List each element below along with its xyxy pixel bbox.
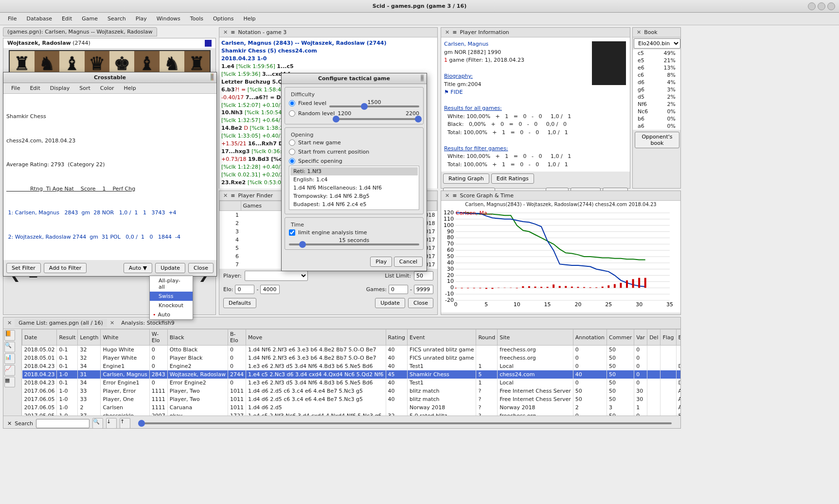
play-button[interactable]: Play	[370, 257, 392, 267]
svg-rect-58	[577, 287, 579, 288]
svg-text:100: 100	[444, 222, 454, 228]
add-filter-button[interactable]: Add to Filter	[44, 263, 87, 273]
games-min-input[interactable]	[389, 285, 408, 294]
svg-rect-62	[602, 287, 604, 288]
opening-list[interactable]: Reti: 1.Nf3 English: 1.c4 1.d4 Nf6 Misce…	[289, 166, 419, 210]
specific-opening-radio[interactable]	[289, 158, 295, 164]
svg-rect-65	[620, 283, 622, 288]
menu-windows[interactable]: Windows	[152, 14, 185, 24]
black-player-bar: Wojtaszek, Radoslaw (2744)	[3, 38, 215, 48]
crosstable-update-button[interactable]: Update	[155, 263, 185, 273]
svg-rect-43	[485, 288, 487, 289]
finder-close-icon[interactable]: ✕	[223, 192, 228, 199]
svg-rect-54	[553, 284, 554, 288]
toolbar-book-icon[interactable]: 📙	[4, 330, 15, 341]
cancel-button[interactable]: Cancel	[394, 257, 423, 267]
menu-edit[interactable]: Edit	[57, 14, 77, 24]
menu-database[interactable]: Database	[21, 14, 57, 24]
svg-rect-40	[467, 288, 469, 288]
defaults-button[interactable]: Defaults	[223, 298, 256, 308]
fixed-level-radio[interactable]	[289, 100, 295, 106]
crosstable-close-button[interactable]: Close	[188, 263, 214, 273]
svg-text:30: 30	[447, 266, 454, 272]
set-filter-button[interactable]: Set Filter	[6, 263, 41, 273]
finder-update-button[interactable]: Update	[375, 298, 405, 308]
score-graph-panel: ✕ ≡ Score Graph & Time Carlsen, Magnus(2…	[441, 191, 681, 315]
listlimit-input[interactable]	[414, 271, 433, 280]
svg-rect-52	[540, 287, 542, 288]
svg-text:35: 35	[666, 301, 673, 308]
tab-games[interactable]: (games.pgn): Carlsen, Magnus -- Wojtasze…	[3, 27, 157, 36]
elo-max-input[interactable]	[260, 285, 280, 294]
edit-ratings-button[interactable]: Edit Ratings	[491, 174, 534, 184]
svg-text:25: 25	[605, 301, 612, 308]
toolbar-board-icon[interactable]: ▦	[4, 377, 15, 387]
rating-graph-button[interactable]: Rating Graph	[443, 174, 489, 184]
toolbar-search-icon[interactable]: 🔍	[4, 342, 15, 352]
svg-text:5: 5	[484, 301, 488, 308]
svg-rect-66	[626, 280, 628, 288]
svg-rect-51	[534, 287, 536, 288]
menu-game[interactable]: Game	[77, 14, 103, 24]
svg-rect-67	[632, 279, 634, 288]
book-file-select[interactable]: Elo2400.bin	[634, 38, 680, 49]
svg-rect-63	[607, 285, 609, 288]
close-icon[interactable]	[827, 2, 835, 10]
toolbar-graph-icon[interactable]: 📊	[4, 353, 15, 364]
pinfo-close-icon[interactable]: ✕	[445, 29, 449, 35]
search-input[interactable]	[36, 419, 89, 428]
crosstable-dialog: Crosstable File Edit Display Sort Color …	[3, 72, 217, 277]
svg-rect-60	[589, 287, 591, 288]
svg-rect-42	[479, 288, 481, 288]
search-go-icon[interactable]: 🔍	[92, 418, 103, 429]
svg-text:90: 90	[447, 228, 454, 235]
minimize-icon[interactable]	[808, 2, 816, 10]
svg-rect-69	[644, 278, 646, 288]
svg-rect-59	[583, 287, 585, 288]
svg-text:120: 120	[444, 209, 454, 216]
svg-text:-20: -20	[445, 297, 454, 303]
menu-play[interactable]: Play	[131, 14, 152, 24]
games-max-input[interactable]	[414, 285, 433, 294]
menu-help[interactable]: Help	[238, 14, 260, 24]
notation-close-icon[interactable]: ✕	[223, 29, 228, 35]
toolbar-stats-icon[interactable]: 📈	[4, 365, 15, 376]
auto-dropdown-button[interactable]: Auto ▼	[124, 263, 153, 273]
book-panel: ✕ Book Elo2400.bin c549%e521%e613%c68%d6…	[632, 27, 681, 189]
opponent-book-button[interactable]: Opponent's book	[635, 132, 679, 148]
svg-rect-57	[571, 287, 573, 288]
window-title: Scid - games.pgn (game 3 / 16)	[373, 3, 466, 9]
svg-text:20: 20	[447, 272, 454, 278]
auto-dropdown-menu: All-play-all Swiss Knockout Auto	[149, 276, 193, 320]
search-down-icon[interactable]: ↓	[106, 418, 117, 429]
maximize-icon[interactable]	[818, 2, 825, 10]
menu-options[interactable]: Options	[208, 14, 238, 24]
search-up-icon[interactable]: ↑	[120, 418, 130, 429]
svg-text:80: 80	[447, 234, 454, 241]
new-game-radio[interactable]	[289, 139, 295, 146]
svg-rect-61	[595, 287, 597, 288]
menu-tools[interactable]: Tools	[185, 14, 208, 24]
crosstable-close-icon[interactable]	[213, 73, 214, 81]
current-pos-radio[interactable]	[289, 149, 295, 155]
random-level-radio[interactable]	[289, 110, 295, 117]
svg-text:15: 15	[544, 301, 551, 308]
svg-text:30: 30	[636, 301, 643, 308]
svg-rect-50	[528, 286, 530, 288]
player-photo	[592, 41, 626, 85]
elo-min-input[interactable]	[235, 285, 254, 294]
player-select[interactable]	[245, 271, 308, 281]
gamelist-table[interactable]: DateResultLengthWhiteW-EloBlackB-EloMove…	[22, 329, 680, 416]
finder-close-button[interactable]: Close	[408, 298, 433, 308]
svg-rect-39	[461, 288, 463, 288]
book-table[interactable]: c549%e521%e613%c68%d64%g63%d52%Nf62%Nc60…	[633, 50, 680, 130]
menu-search[interactable]: Search	[103, 14, 131, 24]
menu-file[interactable]: File	[3, 14, 21, 24]
tactical-dialog: Configure tactical game Difficulty Fixed…	[281, 73, 427, 271]
svg-rect-48	[516, 288, 518, 288]
svg-rect-53	[547, 287, 549, 288]
svg-text:0: 0	[454, 301, 458, 308]
svg-rect-55	[559, 286, 561, 288]
limit-time-checkbox[interactable]	[289, 229, 295, 236]
svg-text:10: 10	[514, 301, 520, 308]
